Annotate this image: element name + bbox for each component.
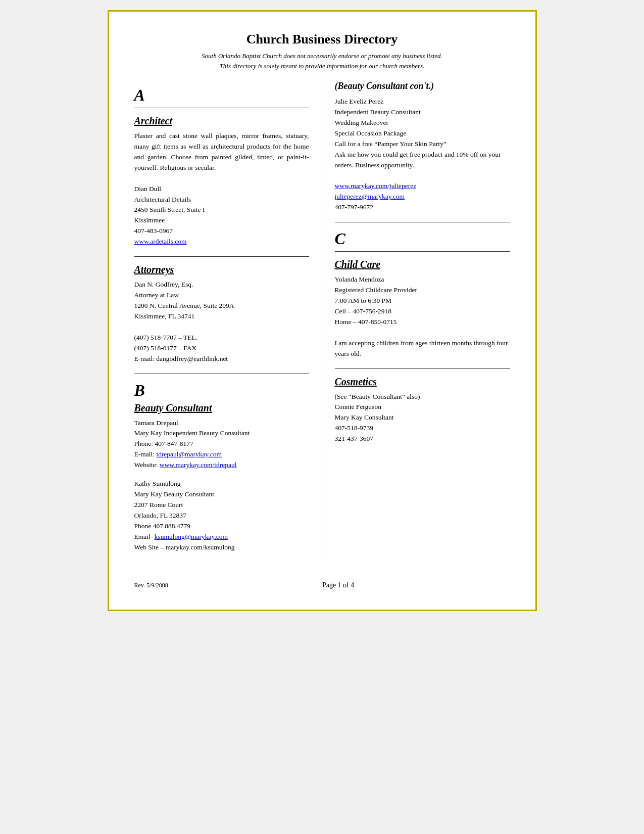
- subtitle-line1: South Orlando Baptist Church does not ne…: [202, 52, 442, 60]
- attorneys-title: Attorneys: [134, 264, 309, 275]
- beauty-consultant-title: Beauty Consultant: [134, 402, 309, 414]
- page: Church Business Directory South Orlando …: [108, 10, 537, 611]
- divider-c: [335, 222, 510, 222]
- child-care-entry: Yolanda Mendoza Registered Childcare Pro…: [335, 274, 510, 359]
- beauty-entry1-email[interactable]: tdrepaul@marykay.com: [156, 450, 222, 458]
- attorneys-entry: Dan N. Godfrey, Esq. Attorney at Law 120…: [134, 280, 309, 364]
- right-column: (Beauty Consultant con't.) Julie Eveliz …: [322, 81, 510, 561]
- letter-c: C: [335, 229, 510, 248]
- beauty-entry1: Tamara Drepaul Mary Kay Independent Beau…: [134, 418, 309, 471]
- divider-c-section: [335, 251, 510, 252]
- beauty-cont-email[interactable]: julieperez@marykay.com: [335, 193, 405, 200]
- cosmetics-entry: (See “Beauty Consultant” also) Connie Fe…: [335, 392, 510, 445]
- beauty-entry1-website[interactable]: www.marykay.com/tdrepaul: [160, 461, 237, 469]
- left-column: A Architect Plaster and cast stone wall …: [134, 81, 322, 561]
- beauty-cont-website[interactable]: www.marykay.com/julieperez: [335, 182, 417, 190]
- email-label-1: E-mail:: [134, 450, 157, 458]
- letter-b: B: [134, 381, 309, 400]
- website-label-1: Website:: [134, 461, 160, 469]
- architect-website-link[interactable]: www.ardetails.com: [134, 238, 187, 245]
- architect-title: Architect: [134, 115, 309, 127]
- footer: Rev. 5/9/2008 Page 1 of 4: [134, 581, 510, 589]
- email-label-2: Email-: [134, 533, 155, 540]
- footer-revision: Rev. 5/9/2008: [134, 582, 168, 589]
- page-title: Church Business Directory: [134, 32, 510, 47]
- page-subtitle: South Orlando Baptist Church does not ne…: [134, 51, 510, 71]
- divider-a: [134, 108, 309, 108]
- divider-cosmetics: [335, 368, 510, 369]
- beauty-cont-title: (Beauty Consultant con't.): [335, 81, 510, 91]
- beauty-entry2: Kathy Sumulong Mary Kay Beauty Consultan…: [134, 479, 309, 552]
- child-care-title: Child Care: [335, 259, 510, 270]
- letter-a: A: [134, 86, 309, 105]
- divider-attorneys: [134, 256, 309, 257]
- beauty-entry2-email[interactable]: ksumulong@marykay.com: [155, 533, 228, 540]
- subtitle-line2: This directory is solely meant to provid…: [220, 62, 425, 70]
- beauty-cont-entry: Julie Eveliz Perez Independent Beauty Co…: [335, 97, 510, 213]
- cosmetics-title: Cosmetics: [335, 376, 510, 388]
- architect-description: Plaster and cast stone wall plaques, mir…: [134, 131, 309, 247]
- divider-b: [134, 374, 309, 374]
- footer-page-number: Page 1 of 4: [168, 581, 509, 589]
